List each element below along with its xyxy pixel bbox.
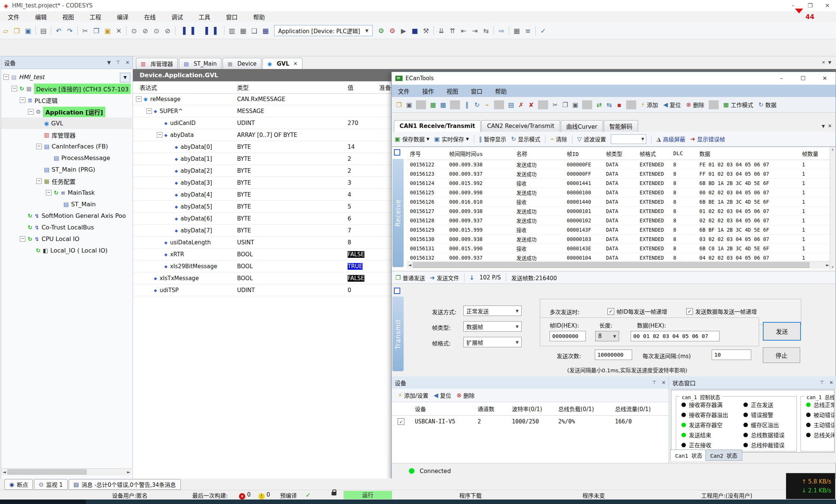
tree-item-softmotion[interactable]: − SoftMotion General Axis Poo: [1, 210, 132, 222]
expander-icon[interactable]: −: [46, 190, 52, 195]
tab-curve[interactable]: 曲线Curver: [561, 120, 603, 132]
column-device[interactable]: 设备: [411, 405, 474, 413]
column-bus-flow[interactable]: 总线流量(0/1): [611, 405, 667, 413]
filter-settings-button[interactable]: ▽滤波设置: [577, 135, 606, 143]
tree-item-hmi-test[interactable]: − HMI_test: [1, 71, 132, 83]
separator[interactable]: [51, 26, 51, 35]
expander-icon[interactable]: −: [3, 74, 9, 80]
save-icon[interactable]: ▣: [404, 100, 414, 110]
close-icon[interactable]: ✕: [125, 60, 130, 65]
ecan-menu-help[interactable]: 帮助: [489, 87, 513, 95]
refresh-icon[interactable]: ↻: [472, 100, 482, 110]
run-to-cursor-icon[interactable]: ⇥: [469, 25, 481, 36]
close-icon[interactable]: ✕: [662, 380, 666, 385]
expander-icon[interactable]: −: [36, 144, 42, 149]
reset-warm-icon[interactable]: ⇆: [481, 25, 492, 36]
tab-close-icon[interactable]: ✕: [293, 61, 298, 66]
pause-icon[interactable]: ‖: [462, 100, 472, 110]
redo-icon[interactable]: ↷: [64, 25, 75, 36]
can-frame-row[interactable]: 00156125 000.009.998 发送成功 00000100 DATA …: [407, 188, 831, 197]
separator[interactable]: [494, 26, 494, 35]
separator[interactable]: [535, 26, 536, 35]
column-expression[interactable]: 表达式: [133, 83, 233, 91]
menu-project[interactable]: 工程: [82, 11, 109, 22]
expander-icon[interactable]: −: [36, 178, 42, 184]
column-interval[interactable]: 帧间隔时间us: [446, 150, 513, 157]
replace-icon[interactable]: ⊘: [140, 25, 151, 36]
separator[interactable]: [626, 100, 636, 109]
column-dlc[interactable]: DLC: [670, 150, 696, 156]
tree-item-st-main[interactable]: − ST_Main: [1, 198, 132, 210]
separator[interactable]: [35, 26, 36, 35]
step-over-icon[interactable]: ⇊: [436, 25, 447, 36]
receive-vertical-tab[interactable]: Receive: [392, 159, 404, 267]
tree-item-application[interactable]: − Application [运行]: [1, 106, 132, 118]
menu-edit[interactable]: 编辑: [27, 11, 55, 22]
select-all-checkbox[interactable]: [394, 149, 400, 156]
tree-item-maintask[interactable]: − MainTask: [1, 187, 132, 198]
clipboard-icon[interactable]: ▥: [226, 25, 237, 36]
scrollbar-thumb[interactable]: [413, 262, 809, 268]
tree-item-task-config[interactable]: − 任务配置: [1, 175, 132, 187]
find-next-icon[interactable]: ⊙: [151, 25, 162, 36]
minimize-icon[interactable]: –: [771, 75, 792, 82]
menu-file[interactable]: 文件: [0, 11, 27, 22]
find-previous-icon[interactable]: ⊘: [162, 25, 173, 36]
expander-icon[interactable]: −: [20, 236, 25, 242]
scroll-left-icon[interactable]: ◄: [1, 470, 7, 475]
restore-icon[interactable]: ❐: [802, 2, 819, 9]
undo-icon[interactable]: ↶: [53, 25, 64, 36]
can-frame-row[interactable]: 00156132 000.009.937 发送成功 00000104 DATA …: [407, 253, 831, 261]
active-application-selector[interactable]: Application [Device: PLC逻辑] ▼: [274, 25, 373, 36]
properties-icon[interactable]: ▦: [260, 25, 271, 36]
pause-display-button[interactable]: ‖暂停显示: [479, 135, 506, 143]
work-mode-button[interactable]: ▦工作模式: [723, 101, 753, 109]
device-open-icon[interactable]: ▦: [428, 100, 438, 110]
device-checkbox[interactable]: ✓: [398, 418, 404, 425]
close-icon[interactable]: ✕: [819, 2, 836, 9]
data-input[interactable]: [631, 331, 720, 341]
tab-decode[interactable]: 智能解码: [604, 120, 638, 132]
frame-icon[interactable]: ❏: [249, 25, 260, 36]
transmit-checkbox[interactable]: [394, 288, 400, 294]
separator[interactable]: [582, 100, 592, 109]
receive-horizontal-scrollbar[interactable]: ◄ ►: [407, 261, 831, 269]
send-mode-select[interactable]: 正常发送▼: [463, 306, 522, 316]
reset-device-button[interactable]: ◀复位: [663, 101, 681, 109]
show-error-frames-button[interactable]: ➜显示错误帧: [690, 135, 725, 143]
receive-vertical-scrollbar[interactable]: ∧ ∨: [830, 147, 835, 269]
arrow-down-icon[interactable]: ↓: [469, 274, 474, 281]
ecan-menu-file[interactable]: 文件: [392, 87, 416, 95]
ecan-menu-view[interactable]: 视图: [440, 87, 464, 95]
scroll-left-icon[interactable]: ◄: [407, 263, 413, 267]
filter-select[interactable]: ▼: [611, 134, 646, 144]
delete-all-icon[interactable]: ✘: [526, 100, 536, 110]
can-frame-row[interactable]: 00156126 000.016.010 接收 00001440 DATA EX…: [407, 197, 831, 207]
scroll-right-icon[interactable]: ►: [125, 470, 132, 475]
column-frame-format[interactable]: 帧格式: [636, 150, 670, 157]
static-analysis-icon[interactable]: ✓: [538, 25, 549, 36]
tree-item-processmessage[interactable]: − ProcessMessage: [1, 152, 132, 164]
new-list-icon[interactable]: ▤: [506, 100, 516, 110]
menu-help[interactable]: 帮助: [245, 11, 273, 22]
data-increment-checkbox[interactable]: ✓ 发送数据每发送一帧递增: [686, 307, 757, 315]
can-frame-row[interactable]: 00156129 000.015.999 接收 0000143F DATA EX…: [407, 225, 831, 235]
frame-type-select[interactable]: 数据帧▼: [463, 321, 522, 332]
flow-control-icon[interactable]: ⇨: [496, 25, 507, 36]
tab-can1-status[interactable]: Can1 状态: [670, 450, 707, 461]
separator[interactable]: [126, 26, 127, 35]
ecan-menu-window[interactable]: 窗口: [464, 87, 489, 95]
separator[interactable]: [538, 100, 548, 109]
send-file-button[interactable]: ➜发送文件: [430, 274, 459, 282]
transfer-icon[interactable]: ⇆: [604, 100, 614, 110]
menu-window[interactable]: 窗口: [218, 11, 245, 22]
can-frame-row[interactable]: 00156124 000.015.992 接收 00001441 DATA EX…: [407, 179, 831, 188]
delete-device-button[interactable]: ⊗删除: [686, 101, 704, 109]
stop-record-icon[interactable]: ▪: [614, 100, 624, 110]
column-seq[interactable]: 序号: [407, 150, 446, 157]
tab-watch[interactable]: ⊙ 监视 1: [34, 479, 68, 490]
logout-icon[interactable]: ⚙: [387, 25, 398, 36]
copy-icon[interactable]: ❐: [560, 100, 570, 110]
tab-can1[interactable]: CAN1 Receive/Transmit: [394, 120, 481, 132]
transmit-vertical-tab[interactable]: Transmit: [392, 297, 404, 371]
